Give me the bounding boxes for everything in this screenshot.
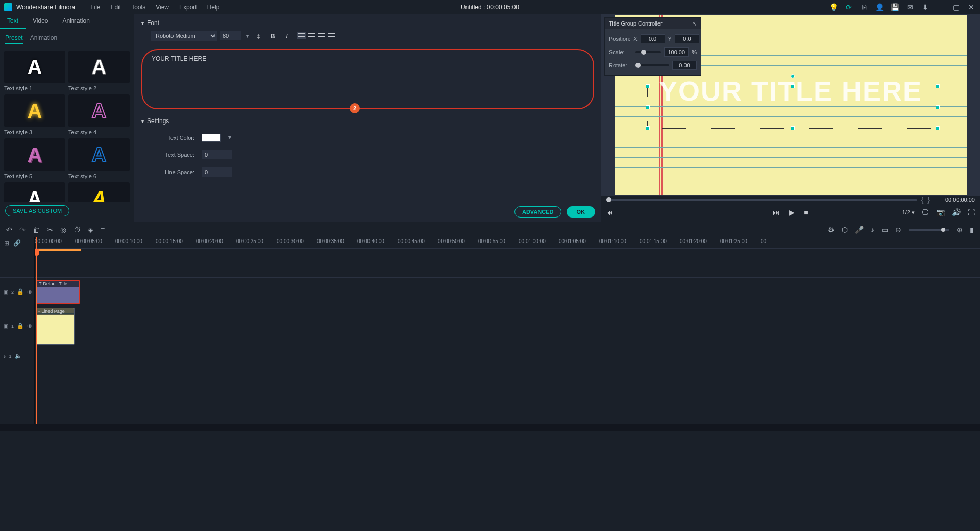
maximize-icon[interactable]: ▢	[951, 3, 961, 12]
video-track-1-lane[interactable]: ▫Lined Page	[35, 306, 980, 346]
tgc-header[interactable]: Title Group Controller ⤡	[605, 18, 701, 29]
mark-in-icon[interactable]: {	[921, 196, 924, 204]
tgc-scale-input[interactable]	[664, 47, 689, 57]
lock-icon[interactable]: 🔒	[17, 323, 24, 329]
tgc-y-input[interactable]	[675, 34, 699, 43]
stop-button[interactable]: ■	[804, 208, 808, 216]
playhead[interactable]	[36, 237, 37, 424]
color-dropdown-icon[interactable]: ▾	[228, 134, 234, 142]
menu-help[interactable]: Help	[202, 4, 225, 11]
user-icon[interactable]: 👤	[875, 3, 884, 12]
eye-icon[interactable]: 👁	[27, 323, 33, 329]
minimize-icon[interactable]: —	[936, 3, 945, 12]
tgc-close-icon[interactable]: ⤡	[693, 21, 697, 27]
text-style-6[interactable]: AText style 6	[68, 138, 130, 179]
eye-icon[interactable]: 👁	[27, 289, 33, 295]
color-icon[interactable]: ◈	[88, 226, 93, 234]
timeline-ruler[interactable]: 00:00:00:0000:00:05:0000:00:10:0000:00:1…	[35, 237, 980, 249]
tab-text[interactable]: Text	[0, 14, 26, 29]
menu-export[interactable]: Export	[174, 4, 202, 11]
snapshot-icon[interactable]: 📷	[936, 208, 945, 216]
zoom-fit-icon[interactable]: ▮	[970, 226, 974, 234]
play-button[interactable]: ▶	[789, 208, 795, 216]
preset-tab-preset[interactable]: Preset	[5, 32, 23, 44]
scrub-knob[interactable]	[606, 197, 611, 202]
download-icon[interactable]: ⬇	[921, 3, 930, 12]
save-icon[interactable]: 💾	[890, 3, 899, 12]
font-family-select[interactable]: Roboto Medium	[151, 31, 217, 41]
audio-track-1-lane[interactable]	[35, 346, 980, 366]
lock-icon[interactable]: 🔒	[17, 288, 24, 295]
music-icon[interactable]: ♪	[871, 226, 874, 234]
add-track-icon[interactable]: ⊞	[4, 239, 9, 247]
handle-rotate[interactable]	[791, 74, 795, 78]
italic-button[interactable]: I	[282, 31, 291, 40]
handle-mr[interactable]	[936, 105, 940, 109]
render-icon[interactable]: ▭	[881, 226, 888, 234]
refresh-icon[interactable]: ⟳	[844, 3, 853, 12]
crop-icon[interactable]: ◎	[60, 226, 66, 234]
handle-tr[interactable]	[936, 84, 940, 88]
text-color-swatch[interactable]	[202, 134, 221, 142]
text-style-7[interactable]: A	[4, 182, 65, 202]
speed-icon[interactable]: ⏱	[74, 226, 81, 234]
handle-tm[interactable]	[791, 84, 795, 88]
tab-video[interactable]: Video	[26, 14, 55, 29]
selection-box[interactable]	[647, 86, 938, 129]
volume-icon[interactable]: 🔊	[952, 208, 961, 216]
handle-br[interactable]	[936, 126, 940, 130]
handle-bm[interactable]	[791, 126, 795, 130]
voiceover-icon[interactable]: 🎤	[855, 226, 864, 234]
timeline-scrollbar[interactable]	[0, 424, 980, 431]
menu-file[interactable]: File	[85, 4, 105, 11]
step-forward-button[interactable]: ⏭	[773, 208, 780, 216]
handle-tl[interactable]	[646, 84, 650, 88]
tgc-rotate-slider[interactable]	[635, 64, 669, 66]
handle-bl[interactable]	[646, 126, 650, 130]
gift-icon[interactable]: ⎘	[860, 3, 869, 12]
menu-view[interactable]: View	[151, 4, 174, 11]
fullscreen-icon[interactable]: ⛶	[968, 208, 975, 216]
title-group-controller[interactable]: Title Group Controller ⤡ Position: X Y S…	[604, 17, 701, 76]
adjust-icon[interactable]: ≡	[101, 226, 105, 234]
link-icon[interactable]: 🔗	[13, 239, 21, 247]
text-style-5[interactable]: AText style 5	[4, 138, 65, 179]
line-space-input[interactable]	[202, 167, 232, 177]
text-space-input[interactable]	[202, 150, 232, 159]
text-style-4[interactable]: AText style 4	[68, 94, 130, 135]
bold-button[interactable]: B	[268, 31, 277, 40]
mail-icon[interactable]: ✉	[905, 3, 915, 12]
align-right-button[interactable]	[317, 32, 326, 39]
line-height-icon[interactable]: ‡	[254, 31, 263, 40]
text-style-3[interactable]: AText style 3	[4, 94, 65, 135]
timeline-content[interactable]: 00:00:00:0000:00:05:0000:00:10:0000:00:1…	[35, 237, 980, 424]
tab-animation[interactable]: Animation	[56, 14, 97, 29]
mute-icon[interactable]: 🔈	[15, 353, 22, 359]
clip-default-title[interactable]: 1 TDefault Title	[36, 280, 80, 304]
step-back-button[interactable]: ⏮	[606, 208, 614, 216]
text-style-1[interactable]: AText style 1	[4, 51, 65, 91]
settings-section-header[interactable]: Settings	[141, 115, 594, 127]
undo-icon[interactable]: ↶	[6, 226, 12, 234]
cut-icon[interactable]: ✂	[47, 226, 53, 234]
menu-tools[interactable]: Tools	[126, 4, 151, 11]
zoom-in-icon[interactable]: ⊕	[957, 226, 963, 234]
delete-icon[interactable]: 🗑	[33, 226, 40, 234]
preview-zoom-select[interactable]: 1/2 ▾	[902, 209, 915, 216]
timeline-zoom-slider[interactable]	[909, 229, 949, 231]
font-size-input[interactable]	[220, 31, 241, 40]
mark-out-icon[interactable]: }	[927, 196, 930, 204]
mixer-icon[interactable]: ⚙	[828, 226, 835, 234]
marker-icon[interactable]: ⬡	[842, 226, 848, 234]
tgc-rotate-input[interactable]	[672, 61, 697, 70]
display-icon[interactable]: 🖵	[922, 208, 929, 216]
align-left-button[interactable]	[297, 32, 306, 39]
tgc-x-input[interactable]	[641, 34, 665, 43]
ok-button[interactable]: OK	[567, 206, 596, 218]
text-style-2[interactable]: AText style 2	[68, 51, 130, 91]
advanced-button[interactable]: ADVANCED	[514, 206, 561, 218]
close-icon[interactable]: ✕	[967, 3, 976, 12]
zoom-out-icon[interactable]: ⊖	[895, 226, 901, 234]
preset-tab-animation[interactable]: Animation	[30, 32, 57, 44]
tgc-scale-slider[interactable]	[635, 51, 661, 53]
